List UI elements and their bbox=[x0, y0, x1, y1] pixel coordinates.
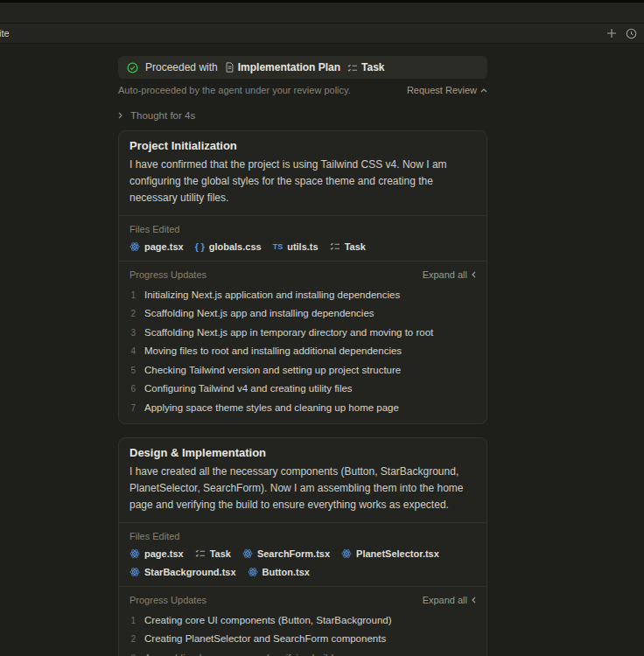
update-text: Scaffolding Next.js app in temporary dir… bbox=[144, 327, 433, 338]
update-text: Assembling home page and verifying build bbox=[144, 653, 333, 656]
document-icon bbox=[225, 62, 234, 73]
card-body: I have created all the necessary compone… bbox=[130, 464, 476, 513]
card-design-implementation: Design & Implementation I have created a… bbox=[118, 437, 487, 656]
progress-update-row: 2Scaffolding Next.js app and installing … bbox=[130, 308, 476, 318]
file-chip[interactable]: TS utils.ts bbox=[273, 241, 318, 252]
react-icon bbox=[130, 241, 140, 252]
file-name: globals.css bbox=[209, 241, 262, 252]
progress-update-row: 3Scaffolding Next.js app in temporary di… bbox=[130, 327, 476, 338]
implementation-plan-label: Implementation Plan bbox=[238, 61, 340, 73]
progress-updates-label: Progress Updates bbox=[130, 269, 206, 280]
update-text: Configuring Tailwind v4 and creating uti… bbox=[144, 383, 353, 394]
file-chip[interactable]: page.tsx bbox=[130, 241, 184, 252]
file-name: page.tsx bbox=[144, 548, 184, 559]
progress-updates-label: Progress Updates bbox=[130, 595, 206, 605]
checklist-icon bbox=[330, 241, 340, 251]
update-text: Creating PlanetSelector and SearchForm c… bbox=[144, 633, 386, 644]
task-chip[interactable]: Task bbox=[347, 61, 384, 73]
typescript-icon: TS bbox=[273, 242, 284, 251]
file-chip[interactable]: StarBackground.tsx bbox=[130, 567, 236, 577]
implementation-plan-chip[interactable]: Implementation Plan bbox=[225, 61, 340, 73]
update-text: Scaffolding Next.js app and installing d… bbox=[144, 308, 374, 318]
chevron-left-icon bbox=[472, 271, 476, 278]
progress-update-row: 2Creating PlanetSelector and SearchForm … bbox=[130, 633, 476, 644]
update-number: 1 bbox=[130, 616, 136, 625]
chevron-left-icon bbox=[472, 597, 476, 604]
file-name: SearchForm.tsx bbox=[257, 548, 330, 559]
file-name: Task bbox=[345, 241, 366, 252]
file-chip[interactable]: page.tsx bbox=[130, 548, 184, 559]
file-name: page.tsx bbox=[144, 241, 184, 252]
update-number: 7 bbox=[130, 403, 136, 413]
chevron-up-icon bbox=[480, 88, 487, 93]
update-text: Checking Tailwind version and setting up… bbox=[144, 365, 401, 375]
file-name: PlanetSelector.tsx bbox=[356, 548, 439, 559]
files-edited-label: Files Edited bbox=[130, 224, 476, 234]
expand-all-button[interactable]: Expand all bbox=[423, 269, 476, 280]
react-icon bbox=[248, 567, 258, 577]
progress-update-row: 1Initializing Next.js application and in… bbox=[130, 290, 476, 300]
update-number: 1 bbox=[130, 290, 136, 300]
file-chip[interactable]: PlanetSelector.tsx bbox=[341, 548, 439, 559]
file-name: Button.tsx bbox=[262, 567, 310, 577]
react-icon bbox=[341, 548, 352, 559]
update-number: 2 bbox=[130, 309, 136, 318]
task-chip-label: Task bbox=[361, 61, 384, 73]
update-text: Moving files to root and installing addi… bbox=[144, 345, 402, 356]
update-text: Initializing Next.js application and ins… bbox=[144, 290, 400, 300]
auto-proceed-policy-text: Auto-proceeded by the agent under your r… bbox=[118, 85, 351, 95]
agent-chat-pane: Proceeded with Implementation Plan Task bbox=[0, 56, 644, 656]
update-number: 6 bbox=[130, 384, 136, 394]
card-title: Design & Implementation bbox=[130, 446, 476, 459]
file-chip[interactable]: Task bbox=[330, 241, 366, 252]
update-text: Creating core UI components (Button, Sta… bbox=[144, 615, 392, 625]
plus-icon bbox=[606, 28, 617, 38]
progress-update-row: 4Moving files to root and installing add… bbox=[130, 345, 476, 356]
react-icon bbox=[130, 567, 140, 577]
progress-update-row: 6Configuring Tailwind v4 and creating ut… bbox=[130, 383, 476, 394]
thought-label: Thought for 4s bbox=[130, 110, 195, 121]
request-review-button[interactable]: Request Review bbox=[407, 85, 487, 95]
file-chip[interactable]: { } globals.css bbox=[195, 241, 262, 252]
update-text: Applying space theme styles and cleaning… bbox=[144, 402, 399, 413]
update-number: 2 bbox=[130, 634, 136, 644]
window-titlebar bbox=[0, 0, 644, 24]
update-number: 5 bbox=[130, 366, 136, 375]
tab-title[interactable]: ite bbox=[0, 28, 10, 38]
file-name: Task bbox=[210, 548, 231, 559]
check-circle-icon bbox=[127, 62, 138, 73]
files-edited-label: Files Edited bbox=[130, 531, 476, 541]
update-number: 3 bbox=[130, 328, 136, 338]
thought-disclosure[interactable]: Thought for 4s bbox=[118, 110, 487, 121]
request-review-label: Request Review bbox=[407, 85, 477, 95]
chevron-right-icon bbox=[118, 112, 122, 119]
progress-update-row: 7Applying space theme styles and cleanin… bbox=[130, 402, 476, 413]
braces-icon: { } bbox=[195, 241, 205, 252]
react-icon bbox=[242, 548, 253, 559]
history-icon bbox=[626, 28, 637, 39]
tab-bar: ite bbox=[0, 24, 644, 44]
card-project-initialization: Project Initialization I have confirmed … bbox=[118, 130, 487, 424]
file-name: utils.ts bbox=[287, 241, 318, 252]
progress-update-row: 1Creating core UI components (Button, St… bbox=[130, 615, 476, 625]
checklist-icon bbox=[347, 63, 358, 73]
checklist-icon bbox=[195, 548, 206, 558]
react-icon bbox=[130, 548, 140, 559]
update-number: 4 bbox=[130, 346, 136, 356]
proceeded-banner: Proceeded with Implementation Plan Task bbox=[118, 56, 487, 79]
card-title: Project Initialization bbox=[130, 139, 476, 152]
banner-status-text: Proceeded with bbox=[145, 61, 218, 73]
file-chip[interactable]: SearchForm.tsx bbox=[242, 548, 330, 559]
file-chip[interactable]: Button.tsx bbox=[248, 567, 310, 577]
file-name: StarBackground.tsx bbox=[144, 567, 236, 577]
expand-all-label: Expand all bbox=[423, 269, 467, 280]
file-chip[interactable]: Task bbox=[195, 548, 231, 559]
expand-all-label: Expand all bbox=[423, 595, 467, 605]
progress-update-row-active: 3Assembling home page and verifying buil… bbox=[130, 653, 476, 656]
new-tab-button[interactable] bbox=[606, 28, 617, 38]
progress-update-row: 5Checking Tailwind version and setting u… bbox=[130, 365, 476, 375]
card-body: I have confirmed that the project is usi… bbox=[130, 157, 476, 206]
history-button[interactable] bbox=[626, 28, 637, 39]
expand-all-button[interactable]: Expand all bbox=[423, 595, 476, 605]
